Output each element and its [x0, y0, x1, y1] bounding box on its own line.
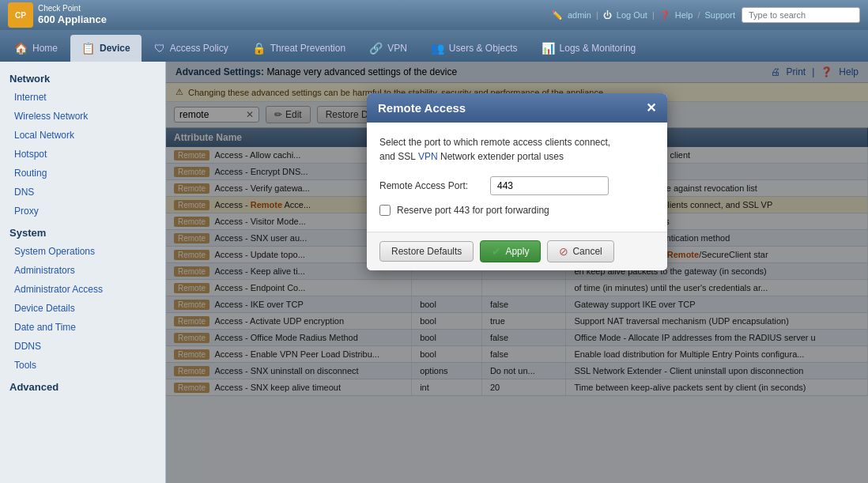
tab-users-objects[interactable]: 👥 Users & Objects: [420, 35, 529, 62]
sidebar-item-tools[interactable]: Tools: [0, 356, 165, 375]
sidebar-item-proxy[interactable]: Proxy: [0, 202, 165, 221]
tab-threat-prevention[interactable]: 🔒 Threat Prevention: [241, 35, 357, 62]
help-link[interactable]: Help: [675, 10, 693, 20]
users-icon: 👥: [431, 42, 444, 55]
reserve-port-checkbox[interactable]: [379, 205, 391, 216]
vpn-link[interactable]: VPN: [418, 151, 438, 162]
cancel-icon: ⊘: [559, 245, 568, 258]
tab-home[interactable]: 🏠 Home: [3, 35, 69, 62]
port-field: Remote Access Port:: [379, 176, 655, 195]
sidebar-item-internet[interactable]: Internet: [0, 88, 165, 107]
modal-body: Select the port to which remote access c…: [367, 123, 667, 232]
modal-title: Remote Access: [378, 101, 466, 115]
top-bar: CP Check Point 600 Appliance ✏️ admin | …: [0, 0, 868, 30]
modal-description: Select the port to which remote access c…: [379, 135, 655, 164]
modal-footer: Restore Defaults ✔ Apply ⊘ Cancel: [367, 232, 667, 270]
sidebar-item-routing[interactable]: Routing: [0, 164, 165, 183]
logo-area: CP Check Point 600 Appliance: [8, 2, 107, 28]
sidebar-item-date-and-time[interactable]: Date and Time: [0, 318, 165, 337]
remote-access-modal: Remote Access ✕ Select the port to which…: [367, 93, 667, 270]
sidebar-item-administrator-access[interactable]: Administrator Access: [0, 280, 165, 299]
sidebar-item-hotspot[interactable]: Hotspot: [0, 145, 165, 164]
port-input[interactable]: [490, 176, 609, 195]
reserve-port-label: Reserve port 443 for port forwarding: [397, 205, 549, 216]
apply-check-icon: ✔: [492, 245, 501, 258]
modal-close-button[interactable]: ✕: [646, 102, 656, 115]
app-logo-icon: CP: [8, 2, 33, 28]
sidebar-item-system-operations[interactable]: System Operations: [0, 242, 165, 261]
tab-vpn[interactable]: 🔗 VPN: [358, 35, 418, 62]
logs-icon: 📊: [542, 42, 555, 55]
lock-icon: 🔒: [252, 42, 266, 55]
nav-tabs: 🏠 Home 📋 Device 🛡 Access Policy 🔒 Threat…: [0, 30, 868, 62]
logout-link[interactable]: Log Out: [617, 10, 647, 20]
port-label: Remote Access Port:: [379, 180, 482, 191]
tab-access-policy[interactable]: 🛡 Access Policy: [143, 35, 240, 62]
sidebar: Network Internet Wireless Network Local …: [0, 62, 166, 483]
sidebar-advanced-header: Advanced: [0, 375, 165, 396]
tab-logs-monitoring[interactable]: 📊 Logs & Monitoring: [530, 35, 647, 62]
sidebar-item-device-details[interactable]: Device Details: [0, 299, 165, 318]
vpn-icon: 🔗: [369, 42, 383, 55]
content-area: Advanced Settings: Manage very advanced …: [166, 62, 868, 483]
modal-restore-defaults-button[interactable]: Restore Defaults: [379, 241, 474, 262]
logout-icon: ⏻: [603, 10, 612, 20]
modal-cancel-button[interactable]: ⊘ Cancel: [547, 240, 613, 262]
modal-header: Remote Access ✕: [367, 93, 667, 123]
sidebar-item-local-network[interactable]: Local Network: [0, 126, 165, 145]
sidebar-item-ddns[interactable]: DDNS: [0, 337, 165, 356]
search-input[interactable]: [742, 7, 860, 23]
home-icon: 🏠: [14, 42, 28, 55]
sidebar-item-dns[interactable]: DNS: [0, 183, 165, 202]
admin-link[interactable]: admin: [568, 10, 591, 20]
main-layout: Network Internet Wireless Network Local …: [0, 62, 868, 483]
modal-overlay: Remote Access ✕ Select the port to which…: [166, 62, 868, 483]
app-title: Check Point 600 Appliance: [38, 4, 107, 26]
tab-device[interactable]: 📋 Device: [70, 35, 142, 62]
top-bar-links: ✏️ admin | ⏻ Log Out | ❓ Help / Support: [552, 10, 735, 21]
reserve-port-checkbox-container: Reserve port 443 for port forwarding: [379, 205, 655, 216]
help-icon: ❓: [659, 10, 670, 21]
modal-apply-button[interactable]: ✔ Apply: [480, 240, 541, 262]
support-link[interactable]: Support: [704, 10, 735, 20]
shield-icon: 🛡: [154, 42, 165, 55]
sidebar-item-administrators[interactable]: Administrators: [0, 261, 165, 280]
sidebar-item-wireless-network[interactable]: Wireless Network: [0, 107, 165, 126]
user-icon: ✏️: [552, 10, 563, 21]
device-icon: 📋: [81, 42, 95, 55]
sidebar-network-header: Network: [0, 66, 165, 88]
sidebar-system-header: System: [0, 221, 165, 242]
